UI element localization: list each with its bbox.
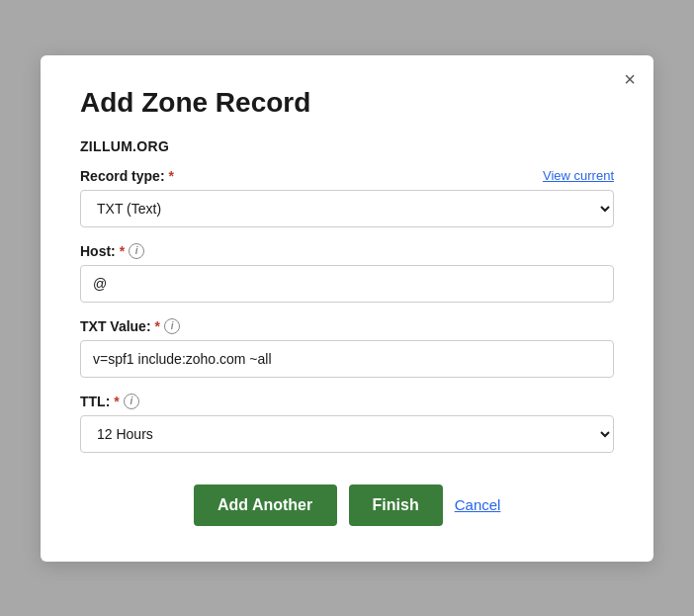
record-type-select[interactable]: TXT (Text) A AAAA CNAME MX NS SRV (80, 190, 614, 227)
form-actions: Add Another Finish Cancel (80, 484, 614, 526)
txt-value-required: * (155, 318, 160, 334)
txt-value-input[interactable] (80, 340, 614, 378)
record-type-header: Record type: * View current (80, 168, 614, 184)
host-input[interactable] (80, 265, 614, 303)
modal-title: Add Zone Record (80, 87, 614, 119)
host-header: Host: * i (80, 243, 614, 259)
finish-button[interactable]: Finish (349, 484, 443, 526)
modal-overlay: × Add Zone Record ZILLUM.ORG Record type… (0, 0, 694, 616)
record-type-label: Record type: * (80, 168, 174, 184)
record-type-required: * (169, 168, 174, 184)
ttl-field: TTL: * i 12 Hours 1 Hour 6 Hours 24 Hour… (80, 394, 614, 453)
record-type-field: Record type: * View current TXT (Text) A… (80, 168, 614, 227)
host-label: Host: * i (80, 243, 144, 259)
close-button[interactable]: × (624, 69, 636, 89)
ttl-select[interactable]: 12 Hours 1 Hour 6 Hours 24 Hours Custom (80, 415, 614, 453)
host-field: Host: * i (80, 243, 614, 303)
txt-value-field: TXT Value: * i (80, 318, 614, 378)
cancel-button[interactable]: Cancel (455, 496, 501, 513)
view-current-link[interactable]: View current (543, 168, 614, 183)
ttl-header: TTL: * i (80, 394, 614, 409)
ttl-info-icon[interactable]: i (124, 394, 139, 409)
zone-name: ZILLUM.ORG (80, 138, 614, 154)
host-required: * (120, 243, 125, 259)
modal-dialog: × Add Zone Record ZILLUM.ORG Record type… (41, 55, 653, 562)
txt-value-label: TXT Value: * i (80, 318, 180, 334)
add-another-button[interactable]: Add Another (194, 484, 337, 526)
ttl-required: * (114, 394, 119, 409)
txt-value-header: TXT Value: * i (80, 318, 614, 334)
ttl-label: TTL: * i (80, 394, 139, 409)
txt-value-info-icon[interactable]: i (164, 318, 180, 334)
host-info-icon[interactable]: i (129, 243, 144, 259)
